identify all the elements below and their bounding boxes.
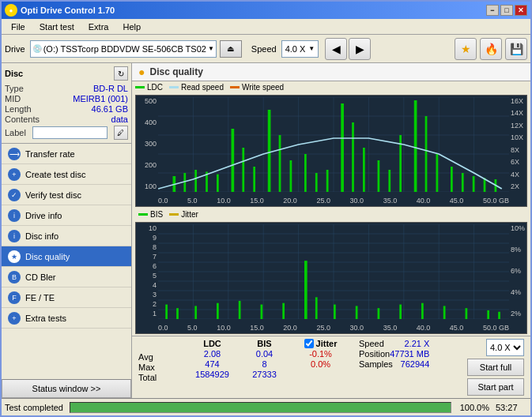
svg-rect-65 — [194, 306, 197, 319]
charts-container: 500 400 300 200 100 16X 14X 12X 10X 8X 6… — [132, 93, 530, 336]
disc-contents-row: Contents data — [5, 115, 128, 124]
svg-rect-19 — [217, 175, 219, 192]
disc-label-button[interactable]: 🖊 — [114, 126, 128, 140]
disc-info-icon: i — [8, 230, 21, 242]
chart2: 10 9 8 7 6 5 4 3 2 1 10% 8% 6% — [135, 222, 527, 334]
transfer-rate-icon: ⟶ — [8, 148, 21, 160]
drive-value: (O:) TSSTcorp BDDVDW SE-506CB TS02 — [43, 44, 206, 54]
create-test-disc-icon: + — [8, 168, 21, 181]
legend-read-speed-label: Read speed — [181, 83, 224, 92]
nav-items: ⟶ Transfer rate + Create test disc ✓ Ver… — [2, 144, 131, 379]
samples-value: 762944 — [401, 359, 430, 369]
nav-disc-quality[interactable]: ★ Disc quality — [2, 246, 131, 267]
chart1: 500 400 300 200 100 16X 14X 12X 10X 8X 6… — [135, 95, 527, 207]
close-button[interactable]: ✕ — [515, 5, 527, 16]
stats-row: Avg Max Total LDC 2.08 474 1584929 BIS 0… — [132, 336, 530, 398]
position-value: 47731 MB — [390, 349, 429, 359]
disc-panel-title: Disc — [5, 69, 23, 78]
disc-label-input[interactable] — [32, 126, 108, 139]
nav-extra-tests[interactable]: + Extra tests — [2, 308, 131, 329]
disc-quality-icon: ★ — [8, 250, 21, 263]
ldc-avg: 2.08 — [204, 349, 221, 359]
nav-verify-test-disc[interactable]: ✓ Verify test disc — [2, 185, 131, 205]
minimize-button[interactable]: − — [486, 5, 499, 16]
disc-mid-value: MEIRB1 (001) — [73, 94, 128, 103]
jitter-checkbox[interactable] — [304, 339, 314, 348]
disc-length-label: Length — [5, 104, 32, 114]
svg-rect-17 — [194, 170, 197, 192]
svg-rect-66 — [217, 303, 219, 319]
svg-rect-33 — [388, 170, 391, 192]
disc-quality-icon-header: ● — [138, 66, 145, 78]
disc-mid-label: MID — [5, 94, 21, 103]
sidebar: Disc ↻ Type BD-R DL MID MEIRB1 (001) Len… — [2, 63, 132, 398]
cd-bler-icon: B — [8, 271, 21, 284]
nav-cd-bler[interactable]: B CD Bler — [2, 267, 131, 287]
nav-fe-te[interactable]: F FE / TE — [2, 287, 131, 308]
menu-file[interactable]: File — [5, 21, 32, 33]
ldc-total: 1584929 — [195, 370, 229, 379]
disc-length-row: Length 46.61 GB — [5, 104, 128, 114]
svg-rect-20 — [232, 129, 235, 192]
bookmark-button[interactable]: ★ — [455, 38, 477, 60]
legend-write-speed: Write speed — [230, 83, 284, 92]
menu-help[interactable]: Help — [116, 21, 147, 33]
nav-disc-info[interactable]: i Disc info — [2, 226, 131, 246]
eject-button[interactable]: ⏏ — [220, 40, 242, 58]
start-part-button[interactable]: Start part — [467, 378, 524, 396]
legend-ldc-label: LDC — [147, 83, 163, 92]
progress-text: 100.0% — [458, 403, 489, 412]
maximize-button[interactable]: □ — [500, 5, 513, 16]
disc-refresh-button[interactable]: ↻ — [114, 66, 128, 81]
save-button[interactable]: 💾 — [505, 38, 527, 60]
nav-disc-info-label: Disc info — [25, 231, 58, 241]
disc-header: Disc ↻ — [5, 66, 128, 81]
svg-rect-70 — [304, 261, 308, 319]
speed-header: Speed — [359, 339, 384, 348]
disc-panel: Disc ↻ Type BD-R DL MID MEIRB1 (001) Len… — [2, 63, 131, 144]
nav-transfer-rate[interactable]: ⟶ Transfer rate — [2, 144, 131, 164]
position-label: Position — [359, 349, 390, 359]
nav-drive-info[interactable]: i Drive info — [2, 205, 131, 226]
svg-rect-23 — [268, 110, 271, 192]
jitter-max: 0.0% — [311, 359, 330, 369]
svg-rect-74 — [378, 308, 380, 319]
ldc-header: LDC — [203, 339, 221, 348]
svg-rect-16 — [183, 173, 186, 192]
legend-read-speed: Read speed — [169, 83, 224, 92]
back-button[interactable]: ◀ — [325, 38, 347, 60]
disc-type-label: Type — [5, 84, 24, 93]
svg-rect-38 — [451, 167, 453, 192]
chart2-y-axis: 10 9 8 7 6 5 4 3 2 1 — [136, 223, 158, 319]
speed-select[interactable]: 4.0 X — [486, 339, 524, 356]
start-full-button[interactable]: Start full — [467, 359, 524, 376]
bis-max: 8 — [262, 359, 266, 369]
burn-button[interactable]: 🔥 — [480, 38, 502, 60]
menu-start-test[interactable]: Start test — [33, 21, 81, 33]
svg-rect-32 — [378, 160, 380, 192]
legend-jitter-color — [169, 213, 179, 216]
svg-rect-78 — [466, 308, 468, 319]
speed-value: 4.0 X — [285, 44, 306, 54]
nav-fe-te-label: FE / TE — [25, 293, 55, 302]
window-title: Opti Drive Control 1.70 — [21, 6, 115, 15]
disc-length-value: 46.61 GB — [92, 104, 128, 114]
status-window-button[interactable]: Status window >> — [2, 379, 131, 398]
nav-verify-test-disc-label: Verify test disc — [25, 190, 81, 200]
svg-rect-77 — [443, 306, 446, 319]
legend-bis: BIS — [138, 210, 163, 219]
menu-extra[interactable]: Extra — [82, 21, 115, 33]
nav-create-test-disc[interactable]: + Create test disc — [2, 164, 131, 185]
forward-button[interactable]: ▶ — [349, 38, 371, 60]
chart2-svg — [158, 224, 509, 319]
disc-label-row: Label 🖊 — [5, 126, 128, 140]
svg-rect-39 — [462, 173, 464, 192]
svg-rect-35 — [414, 100, 417, 192]
nav-extra-tests-label: Extra tests — [25, 314, 66, 323]
disc-quality-header: ● Disc quality — [132, 63, 530, 81]
svg-rect-68 — [261, 305, 263, 319]
svg-rect-21 — [242, 148, 244, 192]
ldc-max: 474 — [205, 359, 219, 369]
content-area: ● Disc quality LDC Read speed Write spee… — [132, 63, 530, 398]
bis-total: 27333 — [252, 370, 277, 379]
